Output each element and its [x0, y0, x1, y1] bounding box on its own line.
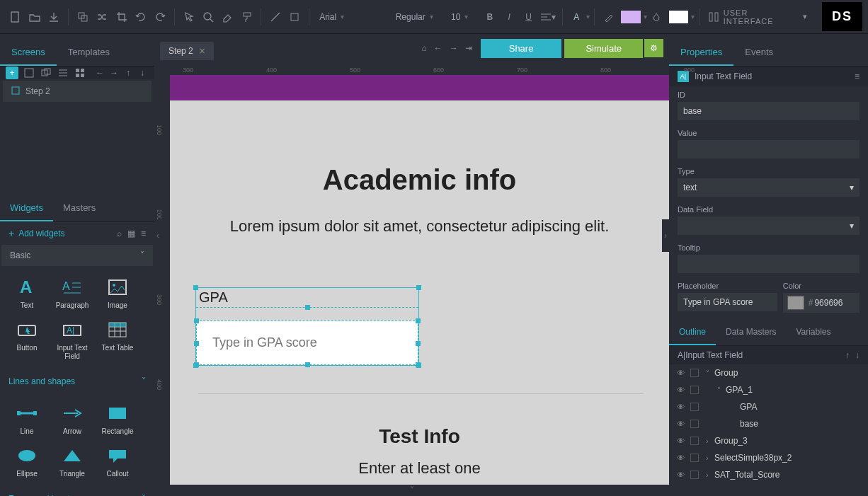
- nav-up-icon[interactable]: ↑: [122, 67, 135, 79]
- visibility-icon[interactable]: 👁: [675, 403, 686, 411]
- widget-text-table[interactable]: Text Table: [95, 314, 140, 365]
- nav-fwd-icon[interactable]: →: [108, 67, 120, 79]
- fill-color-swatch[interactable]: [669, 11, 688, 23]
- outline-item[interactable]: 👁base: [669, 415, 868, 432]
- gpa-input-container[interactable]: [196, 321, 418, 365]
- screen-duplicate-icon[interactable]: [40, 67, 52, 79]
- add-widgets-button[interactable]: + Add widgets ⌕ ▦ ≡: [0, 222, 154, 245]
- copy-icon[interactable]: [74, 8, 91, 25]
- prop-type-select[interactable]: text▾: [678, 178, 860, 197]
- widget-paragraph[interactable]: AParagraph: [50, 272, 95, 314]
- screen-image-icon[interactable]: [23, 67, 35, 79]
- lock-checkbox[interactable]: [690, 454, 699, 462]
- list-view-icon[interactable]: ≡: [141, 229, 146, 238]
- simulate-settings-icon[interactable]: ⚙: [644, 39, 663, 57]
- tab-data-masters[interactable]: Data Masters: [716, 320, 786, 345]
- tab-screens[interactable]: Screens: [0, 40, 57, 66]
- widget-callout[interactable]: Callout: [95, 440, 140, 483]
- widget-image[interactable]: Image: [95, 272, 140, 314]
- pen-icon[interactable]: [600, 8, 617, 25]
- bold-icon[interactable]: B: [481, 8, 498, 25]
- outline-item[interactable]: 👁˅GPA_1: [669, 381, 868, 398]
- redo-icon[interactable]: [152, 8, 169, 25]
- expand-icon[interactable]: ˅: [703, 369, 712, 377]
- widget-line[interactable]: Line: [4, 398, 50, 440]
- format-paint-icon[interactable]: [239, 8, 255, 25]
- widget-ellipse[interactable]: Ellipse: [4, 440, 50, 483]
- arrow-right-icon[interactable]: →: [450, 43, 458, 53]
- visibility-icon[interactable]: 👁: [675, 437, 686, 445]
- open-file-icon[interactable]: [26, 8, 42, 25]
- widget-triangle[interactable]: Triangle: [50, 440, 95, 483]
- move-down-icon[interactable]: ↓: [855, 350, 860, 360]
- collapse-right-icon[interactable]: ›: [662, 219, 669, 252]
- shape-tool-icon[interactable]: [287, 8, 303, 25]
- visibility-icon[interactable]: 👁: [675, 454, 686, 462]
- lock-checkbox[interactable]: [690, 369, 699, 377]
- move-up-icon[interactable]: ↑: [845, 350, 850, 360]
- tab-outline[interactable]: Outline: [669, 320, 716, 345]
- ui-mode-label[interactable]: USER INTERFACE▾: [724, 8, 808, 25]
- visibility-icon[interactable]: 👁: [675, 386, 686, 394]
- font-weight-select[interactable]: Regular▾: [390, 7, 445, 27]
- expand-icon[interactable]: ›: [703, 471, 712, 479]
- tab-properties[interactable]: Properties: [669, 40, 733, 66]
- widgets-category-basic[interactable]: Basic˅: [1, 245, 153, 266]
- lock-checkbox[interactable]: [690, 420, 699, 428]
- lock-checkbox[interactable]: [690, 437, 699, 445]
- grid-icon[interactable]: [74, 67, 86, 79]
- gpa-input[interactable]: [212, 335, 402, 350]
- widgets-category-forms[interactable]: Forms and inputs˅: [0, 488, 154, 496]
- fill-icon[interactable]: [649, 8, 665, 25]
- expand-icon[interactable]: ›: [703, 454, 712, 462]
- undo-icon[interactable]: [132, 8, 149, 25]
- tab-masters[interactable]: Masters: [53, 195, 105, 221]
- cursor-icon[interactable]: [181, 8, 197, 25]
- screen-item-step2[interactable]: Step 2: [3, 81, 152, 102]
- arrow-left-icon[interactable]: ←: [434, 43, 442, 53]
- collapse-left-icon[interactable]: ‹: [154, 219, 161, 252]
- outline-item[interactable]: 👁›SAT_Total_Score: [669, 466, 868, 483]
- home-icon[interactable]: ⌂: [421, 43, 426, 53]
- widget-rectangle[interactable]: Rectangle: [95, 398, 140, 440]
- nav-down-icon[interactable]: ↓: [136, 67, 149, 79]
- canvas[interactable]: Academic info Lorem ipsum dolor sit amet…: [170, 75, 669, 485]
- tab-events[interactable]: Events: [733, 40, 784, 66]
- lock-checkbox[interactable]: [690, 386, 699, 394]
- tab-variables[interactable]: Variables: [786, 320, 840, 345]
- line-tool-icon[interactable]: [267, 8, 283, 25]
- prop-placeholder-input[interactable]: [678, 293, 777, 311]
- outline-item[interactable]: 👁›SelectSimple38px_2: [669, 449, 868, 466]
- tab-widgets[interactable]: Widgets: [0, 195, 53, 221]
- italic-icon[interactable]: I: [501, 8, 518, 25]
- selected-field-group[interactable]: GPA: [195, 287, 419, 366]
- outline-item[interactable]: 👁›Group_3: [669, 432, 868, 449]
- export-icon[interactable]: ⇥: [465, 43, 472, 53]
- new-file-icon[interactable]: [7, 8, 23, 25]
- crop-icon[interactable]: [113, 8, 130, 25]
- prop-tooltip-input[interactable]: [678, 255, 860, 273]
- text-color-icon[interactable]: A: [569, 8, 585, 25]
- widgets-category-lines[interactable]: Lines and shapes˅: [0, 371, 154, 392]
- shuffle-icon[interactable]: [93, 8, 110, 25]
- add-screen-icon[interactable]: +: [6, 67, 18, 79]
- outline-item[interactable]: 👁GPA: [669, 398, 868, 415]
- eraser-icon[interactable]: [219, 8, 236, 25]
- visibility-icon[interactable]: 👁: [675, 420, 686, 428]
- visibility-icon[interactable]: 👁: [675, 369, 686, 377]
- nav-back-icon[interactable]: ←: [93, 67, 106, 79]
- prop-color-input[interactable]: #969696: [783, 293, 860, 313]
- lock-checkbox[interactable]: [690, 403, 699, 411]
- font-family-select[interactable]: Arial▾: [314, 7, 390, 27]
- lock-checkbox[interactable]: [690, 471, 699, 479]
- distribute-icon[interactable]: [705, 8, 721, 25]
- widget-input-text[interactable]: A|Input Text Field: [50, 314, 95, 365]
- zoom-icon[interactable]: [200, 8, 216, 25]
- widget-text[interactable]: AText: [4, 272, 50, 314]
- prop-value-input[interactable]: [678, 140, 860, 158]
- outline-item[interactable]: 👁˅Group: [669, 364, 868, 381]
- simulate-button[interactable]: Simulate: [564, 39, 643, 58]
- widget-arrow[interactable]: Arrow: [50, 398, 95, 440]
- align-icon[interactable]: ▾: [539, 8, 556, 25]
- tab-templates[interactable]: Templates: [57, 40, 121, 66]
